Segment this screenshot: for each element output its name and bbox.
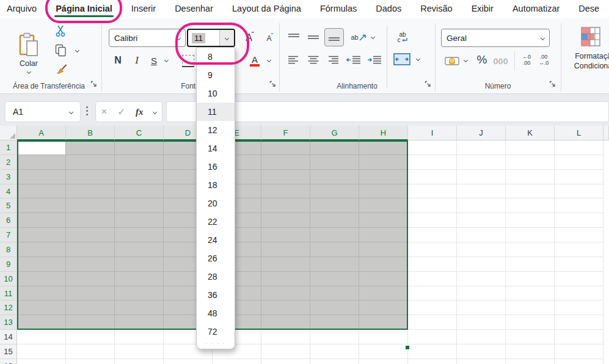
cell-C13[interactable] <box>115 315 164 330</box>
tab-f-rmulas[interactable]: Fórmulas <box>319 1 358 17</box>
cell-G4[interactable] <box>310 184 359 198</box>
cell-C14[interactable] <box>115 330 164 344</box>
paste-button[interactable]: Colar <box>10 23 48 82</box>
cell-L3[interactable] <box>555 170 604 184</box>
row-header-6[interactable]: 6 <box>0 213 17 228</box>
column-header-C[interactable]: C <box>115 126 164 140</box>
cell-K6[interactable] <box>506 213 555 228</box>
tab-dados[interactable]: Dados <box>374 1 403 17</box>
cell-J9[interactable] <box>457 257 506 272</box>
cell-C11[interactable] <box>115 286 164 300</box>
cell-A15[interactable] <box>17 344 66 359</box>
percent-style-button[interactable]: % <box>474 51 490 68</box>
cell-F5[interactable] <box>261 198 310 213</box>
cell-K4[interactable] <box>506 184 555 198</box>
cell-D16[interactable] <box>164 359 213 364</box>
font-size-option-20[interactable]: 20 <box>197 194 235 213</box>
cell-H7[interactable] <box>359 228 408 242</box>
increase-indent-button[interactable] <box>365 53 384 67</box>
cell-I14[interactable] <box>408 330 457 344</box>
cell-I16[interactable] <box>408 359 457 364</box>
cell-F13[interactable] <box>261 315 310 330</box>
cell-A8[interactable] <box>17 242 66 257</box>
row-header-4[interactable]: 4 <box>0 184 17 198</box>
accounting-format-button[interactable] <box>443 54 461 68</box>
align-right-button[interactable] <box>325 53 341 67</box>
tab-dese[interactable]: Dese <box>577 1 600 17</box>
cell-B11[interactable] <box>66 286 115 300</box>
cell-K14[interactable] <box>506 330 555 344</box>
cell-I13[interactable] <box>408 315 457 330</box>
merge-center-chevron-icon[interactable] <box>416 57 420 61</box>
column-header-L[interactable]: L <box>555 126 604 140</box>
font-size-option-24[interactable]: 24 <box>197 231 235 249</box>
underline-chevron-icon[interactable] <box>164 58 169 62</box>
tab-revis-o[interactable]: Revisão <box>419 1 453 17</box>
font-color-chevron-icon[interactable] <box>267 58 271 62</box>
cell-J5[interactable] <box>457 198 506 213</box>
row-header-9[interactable]: 9 <box>0 257 17 272</box>
cell-G1[interactable] <box>310 140 359 155</box>
column-header-J[interactable]: J <box>457 126 506 140</box>
cell-C8[interactable] <box>115 242 164 257</box>
cell-E16[interactable] <box>213 359 261 364</box>
cell-B5[interactable] <box>66 198 115 213</box>
cell-C10[interactable] <box>115 272 164 286</box>
cell-G11[interactable] <box>310 286 359 300</box>
cell-B13[interactable] <box>66 315 115 330</box>
font-size-chevron-button[interactable] <box>219 30 234 46</box>
cell-I7[interactable] <box>408 228 457 242</box>
cancel-icon[interactable]: × <box>101 106 107 118</box>
cell-J16[interactable] <box>457 359 506 364</box>
cell-J11[interactable] <box>457 286 506 300</box>
cell-I4[interactable] <box>408 184 457 198</box>
cell-I2[interactable] <box>408 155 457 170</box>
cell-B10[interactable] <box>66 272 115 286</box>
cell-B14[interactable] <box>66 330 115 344</box>
align-middle-button[interactable] <box>305 31 321 45</box>
cell-G15[interactable] <box>310 344 359 359</box>
cell-G9[interactable] <box>310 257 359 272</box>
font-size-option-11[interactable]: 11 <box>197 103 235 121</box>
cell-L13[interactable] <box>555 315 604 330</box>
cell-F7[interactable] <box>261 228 310 242</box>
cell-L5[interactable] <box>555 198 604 213</box>
conditional-formatting-button[interactable] <box>579 26 602 48</box>
cell-F15[interactable] <box>261 344 310 359</box>
cell-B1[interactable] <box>66 140 115 155</box>
cell-L8[interactable] <box>555 242 604 257</box>
cell-B2[interactable] <box>66 155 115 170</box>
cell-I12[interactable] <box>408 300 457 315</box>
cell-A7[interactable] <box>17 228 66 242</box>
cell-I8[interactable] <box>408 242 457 257</box>
cell-A6[interactable] <box>17 213 66 228</box>
cell-C1[interactable] <box>115 140 164 155</box>
cell-K7[interactable] <box>506 228 555 242</box>
row-header-11[interactable]: 11 <box>0 286 17 300</box>
cell-F10[interactable] <box>261 272 310 286</box>
cell-K8[interactable] <box>506 242 555 257</box>
cell-F11[interactable] <box>261 286 310 300</box>
cell-H4[interactable] <box>359 184 408 198</box>
column-header-A[interactable]: A <box>17 126 66 140</box>
row-header-13[interactable]: 13 <box>0 315 17 330</box>
align-top-button[interactable] <box>286 31 302 45</box>
decrease-decimal-button[interactable]: .00 →.0 <box>536 54 551 66</box>
font-size-option-28[interactable]: 28 <box>197 268 235 286</box>
cell-K10[interactable] <box>506 272 555 286</box>
fx-chevron-icon[interactable] <box>153 109 157 114</box>
cell-B9[interactable] <box>66 257 115 272</box>
row-header-2[interactable]: 2 <box>0 155 17 170</box>
cell-F3[interactable] <box>261 170 310 184</box>
cell-L7[interactable] <box>555 228 604 242</box>
cell-J12[interactable] <box>457 300 506 315</box>
align-center-button[interactable] <box>305 53 321 67</box>
format-painter-button[interactable] <box>54 62 70 78</box>
cell-A1[interactable] <box>17 140 66 155</box>
row-header-5[interactable]: 5 <box>0 198 17 213</box>
column-header-G[interactable]: G <box>310 126 359 140</box>
cell-I15[interactable] <box>408 344 457 359</box>
cell-G12[interactable] <box>310 300 359 315</box>
cell-G10[interactable] <box>310 272 359 286</box>
cell-A2[interactable] <box>17 155 66 170</box>
